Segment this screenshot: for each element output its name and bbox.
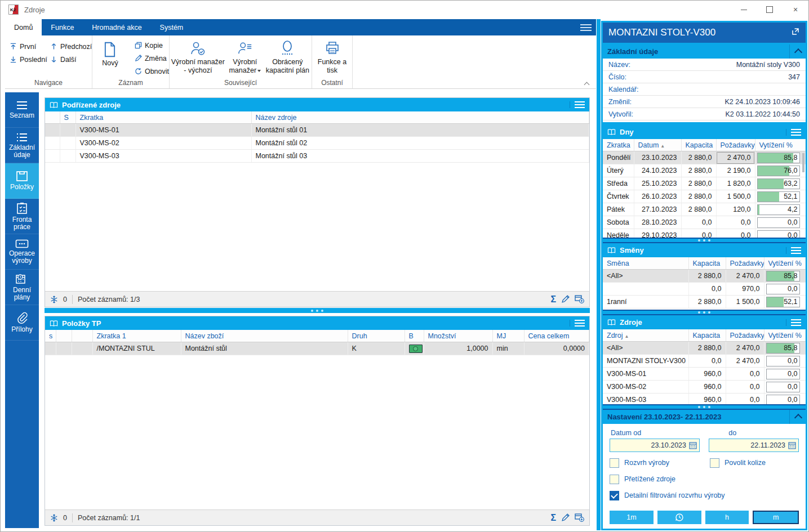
cell[interactable] [45, 124, 60, 137]
cell-kapacita[interactable]: 2 880,0 [681, 190, 716, 203]
checkbox-icon[interactable] [610, 458, 619, 468]
cell[interactable] [72, 342, 92, 355]
cell-nazev[interactable]: Montážní stůl [181, 342, 348, 355]
col-header-pozadavky[interactable]: Požadavky [716, 139, 755, 151]
scale-m-button[interactable]: m [753, 511, 799, 524]
scrollbar-thumb[interactable] [802, 153, 804, 172]
edit-icon[interactable] [561, 513, 570, 522]
cell-pozadavky[interactable]: 120,0 [716, 203, 755, 216]
cell-kapacita[interactable]: 960,0 [688, 394, 726, 405]
last-button[interactable]: Poslední [5, 53, 46, 66]
cell-zkratka1[interactable]: /MONTAZNI STUL [92, 342, 181, 355]
tab-funkce[interactable]: Funkce [42, 19, 83, 35]
col-header-s[interactable]: s [45, 330, 56, 342]
cell-pozadavky[interactable]: 2 470,0 [726, 342, 764, 355]
first-button[interactable]: První [5, 40, 46, 53]
table-row[interactable]: Pondělí 23.10.2023 2 880,0 2 470,0 85,8 [603, 151, 806, 164]
col-header-pozadavky[interactable]: Požadavky [726, 329, 764, 342]
cell-pozadavky[interactable]: 0,0 [726, 394, 764, 405]
edit-icon[interactable] [561, 295, 570, 303]
cell[interactable] [60, 150, 75, 163]
date-from-input[interactable]: 23.10.2023 [610, 439, 700, 452]
cell-vytizeni[interactable]: 85,8 [764, 342, 806, 355]
col-header-nazev-zdroje[interactable]: Název zdroje [251, 111, 589, 124]
cell[interactable] [56, 342, 72, 355]
vertical-splitter[interactable] [597, 19, 601, 530]
cell-kapacita[interactable]: 0,0 [681, 229, 716, 238]
cell-smena[interactable]: 1ranní [603, 296, 688, 309]
section-splitter[interactable] [603, 404, 806, 410]
sum-icon[interactable]: Σ [550, 513, 556, 523]
ribbon-menu-icon[interactable] [580, 24, 592, 31]
sidebar-item-operace-vyroby[interactable]: Operace výroby [5, 234, 39, 270]
panel-menu-icon[interactable] [786, 247, 801, 254]
scale-h-button[interactable]: h [705, 511, 749, 524]
cell-vytizeni[interactable]: 85,8 [755, 151, 806, 164]
cell-zkratka[interactable]: Sobota [603, 216, 634, 229]
col-header-vytizeni[interactable]: Vytížení % [764, 257, 806, 270]
col-header-kapacita[interactable]: Kapacita [688, 257, 726, 270]
panel-menu-icon[interactable] [786, 319, 801, 326]
prev-button[interactable]: Předchozí [46, 40, 92, 53]
cell-nazev[interactable]: Montážní stůl 03 [251, 150, 589, 163]
col-header-vytizeni[interactable]: Vytížení % [755, 139, 806, 151]
cell-vytizeni[interactable]: 4,2 [755, 203, 806, 216]
cell-datum[interactable]: 23.10.2023 [634, 151, 681, 164]
cell-kapacita[interactable]: 0,0 [688, 283, 726, 296]
checkbox-icon[interactable] [610, 491, 619, 500]
checkbox-detailni-filtrovani[interactable]: Detailní filtrování rozvrhu výroby [610, 491, 725, 500]
cell-zkratka[interactable]: Pátek [603, 203, 634, 216]
sum-icon[interactable]: Σ [550, 294, 556, 305]
cell-vytizeni[interactable]: 0,0 [764, 381, 806, 394]
cell-vytizeni[interactable]: 0,0 [755, 229, 806, 238]
checkbox-icon[interactable] [710, 458, 719, 468]
cell-kapacita[interactable]: 2 880,0 [688, 342, 726, 355]
cell[interactable] [60, 137, 75, 150]
table-row[interactable]: V300-MS-01 Montážní stůl 01 [45, 124, 589, 137]
date-to-input[interactable]: 22.11.2023 [709, 439, 799, 452]
section-splitter[interactable] [603, 310, 806, 315]
col-header-s[interactable]: S [60, 111, 75, 124]
calendar-icon[interactable] [689, 441, 697, 449]
popout-icon[interactable] [791, 27, 800, 39]
tab-system[interactable]: Systém [151, 19, 193, 35]
cell-b[interactable] [405, 342, 424, 355]
cell-pozadavky[interactable]: 0,0 [726, 368, 764, 381]
panel-menu-icon[interactable] [570, 101, 585, 108]
col-header-smena[interactable]: Směna [603, 257, 688, 270]
cell-pozadavky[interactable]: 0,0 [726, 381, 764, 394]
scale-1m-button[interactable]: 1m [610, 511, 654, 524]
cell-vytizeni[interactable]: 52,1 [764, 296, 806, 309]
cell-kapacita[interactable]: 0,0 [681, 216, 716, 229]
minimize-button[interactable] [731, 1, 757, 19]
checkbox-pretizene-zdroje[interactable]: Přetížené zdroje [610, 475, 675, 484]
cell-vytizeni[interactable]: 0,0 [764, 355, 806, 368]
cell-zdroj[interactable]: V300-MS-02 [603, 381, 688, 394]
table-row[interactable]: V300-MS-03 960,0 0,0 0,0 [603, 394, 806, 405]
collapse-section-icon[interactable] [789, 44, 801, 59]
horizontal-splitter[interactable] [45, 308, 590, 313]
cell[interactable] [45, 137, 60, 150]
cell-zkratka[interactable]: Pondělí [603, 151, 634, 164]
table-row[interactable]: Pátek 27.10.2023 2 880,0 120,0 4,2 [603, 203, 806, 216]
cell-zkratka[interactable]: Neděle [603, 229, 634, 238]
ribbon-collapse-icon[interactable] [585, 81, 589, 86]
table-row[interactable]: Sobota 28.10.2023 0,0 0,0 0,0 [603, 216, 806, 229]
cell-zkratka[interactable]: Středa [603, 177, 634, 190]
cell-cena[interactable]: 0,0000 [524, 342, 589, 355]
col-header-mnozstvi[interactable]: Množství [424, 330, 492, 342]
cell-pozadavky[interactable]: 1 820,0 [716, 177, 755, 190]
sidebar-item-fronta-prace[interactable]: Fronta práce [5, 199, 39, 234]
checkbox-rozvrh-vyroby[interactable]: Rozvrh výroby [610, 458, 705, 468]
cell-smena[interactable]: <All> [603, 270, 688, 283]
cell[interactable] [45, 150, 60, 163]
collapse-section-icon[interactable] [789, 410, 801, 424]
table-row[interactable]: MONTAZNI STOLY-V300 0,0 2 470,0 0,0 [603, 355, 806, 368]
cell-zdroj[interactable]: <All> [603, 342, 688, 355]
sidebar-item-polozky[interactable]: Položky [5, 163, 39, 199]
cell-smena[interactable] [603, 283, 688, 296]
cell-vytizeni[interactable]: 0,0 [764, 394, 806, 405]
cell[interactable] [60, 124, 75, 137]
cell-datum[interactable]: 25.10.2023 [634, 177, 681, 190]
history-clock-button[interactable] [657, 511, 701, 524]
